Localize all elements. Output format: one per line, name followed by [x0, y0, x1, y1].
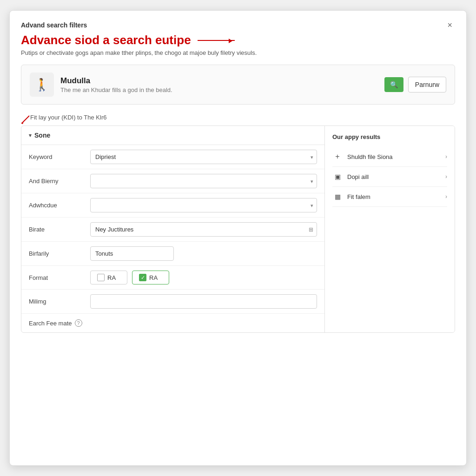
module-icon: 🚶	[30, 73, 54, 97]
parnurw-button[interactable]: Parnurw	[408, 77, 446, 93]
result-shuldh-label: Shuldh file Siona	[347, 153, 441, 160]
module-desc: The me an Khudar fills a god in the beal…	[60, 86, 384, 93]
results-panel: Our appy results + Shuldh file Siona › ▣…	[324, 126, 455, 332]
filter-row-and-bierny: And Bierny ▾	[21, 169, 324, 193]
filter-row-keyword: Keyword ▾	[21, 145, 324, 169]
filter-row-birfarily: Birfarily	[21, 242, 324, 266]
filter-row-birate: Birate ⊞	[21, 218, 324, 242]
close-button[interactable]: ×	[444, 20, 455, 30]
earch-fee-mate-label: Earch Fee mate	[29, 320, 72, 327]
and-bierny-label: And Bierny	[29, 178, 85, 185]
module-search-button[interactable]: 🔍	[384, 77, 403, 92]
result-dopi-chevron-icon: ›	[445, 173, 447, 180]
birate-label: Birate	[29, 226, 85, 233]
help-icon[interactable]: ?	[75, 319, 82, 327]
format-option-ra-checked[interactable]: ✓ RA	[132, 271, 169, 284]
and-bierny-input[interactable]	[90, 174, 317, 188]
keyword-input[interactable]	[90, 150, 317, 164]
filter-row-milimg: Milimg	[21, 290, 324, 314]
birfarily-input-wrap	[90, 246, 174, 261]
keyword-label: Keyword	[29, 153, 85, 160]
subtitle: Putips or chectivate gogs apan make tthe…	[21, 49, 455, 56]
advance-heading: Advance siod a search eutipe	[21, 33, 455, 47]
format-label: Format	[29, 274, 85, 281]
dialog-header: Advand search filters ×	[21, 20, 455, 30]
format-option-ra2-label: RA	[149, 274, 158, 281]
filter-row-format: Format RA ✓ RA	[21, 266, 324, 290]
result-item-fit[interactable]: ▦ Fit falem ›	[332, 187, 447, 207]
result-dopi-label: Dopi aill	[347, 173, 441, 180]
filters-panel: ▾ Sone Keyword ▾ And Bierny ▾	[21, 126, 324, 332]
format-option-ra-unchecked[interactable]: RA	[90, 271, 127, 284]
advanced-search-dialog: Advand search filters × Advance siod a s…	[9, 10, 467, 466]
milimg-label: Milimg	[29, 298, 85, 305]
result-fit-label: Fit falem	[347, 193, 441, 200]
birate-input[interactable]	[90, 222, 317, 237]
adwhcdue-input[interactable]	[90, 198, 317, 212]
section-name: Sone	[34, 132, 50, 139]
milimg-input[interactable]	[90, 294, 317, 309]
dialog-title: Advand search filters	[21, 21, 87, 29]
filter-hint: Fit lay your (KDI) to The Klr6	[21, 114, 455, 121]
adwhcdue-input-wrap: ▾	[90, 198, 317, 212]
format-checkbox-group: RA ✓ RA	[90, 271, 317, 284]
section-header[interactable]: ▾ Sone	[21, 126, 324, 145]
filter-row-earch-fee-mate: Earch Fee mate ?	[21, 314, 324, 332]
module-info: Mudulla The me an Khudar fills a god in …	[60, 76, 384, 93]
module-card: 🚶 Mudulla The me an Khudar fills a god i…	[21, 65, 455, 105]
result-fit-chevron-icon: ›	[445, 193, 447, 200]
checkbox-checked-icon: ✓	[139, 274, 146, 281]
arrow-icon	[198, 40, 235, 41]
result-shuldh-chevron-icon: ›	[445, 153, 447, 160]
result-grid-icon: ▦	[332, 192, 343, 202]
birfarily-label: Birfarily	[29, 250, 85, 257]
results-title: Our appy results	[332, 133, 447, 140]
and-bierny-input-wrap: ▾	[90, 174, 317, 188]
birate-icon: ⊞	[309, 226, 313, 233]
birate-input-wrap: ⊞	[90, 222, 317, 237]
format-option-ra-label: RA	[107, 274, 116, 281]
filter-row-adwhcdue: Adwhcdue ▾	[21, 193, 324, 218]
result-item-shuldh[interactable]: + Shuldh file Siona ›	[332, 147, 447, 167]
checkbox-unchecked-icon	[97, 274, 105, 281]
module-actions: 🔍 Parnurw	[384, 77, 446, 93]
main-content: ▾ Sone Keyword ▾ And Bierny ▾	[21, 126, 455, 333]
birfarily-input[interactable]	[90, 246, 174, 261]
section-chevron-icon: ▾	[29, 132, 32, 139]
adwhcdue-label: Adwhcdue	[29, 202, 85, 209]
keyword-input-wrap: ▾	[90, 150, 317, 164]
result-doc-icon: ▣	[332, 172, 343, 182]
result-add-icon: +	[332, 152, 343, 162]
milimg-input-wrap	[90, 294, 317, 309]
svg-marker-1	[21, 121, 24, 124]
result-item-dopi[interactable]: ▣ Dopi aill ›	[332, 167, 447, 187]
module-name: Mudulla	[60, 76, 384, 86]
